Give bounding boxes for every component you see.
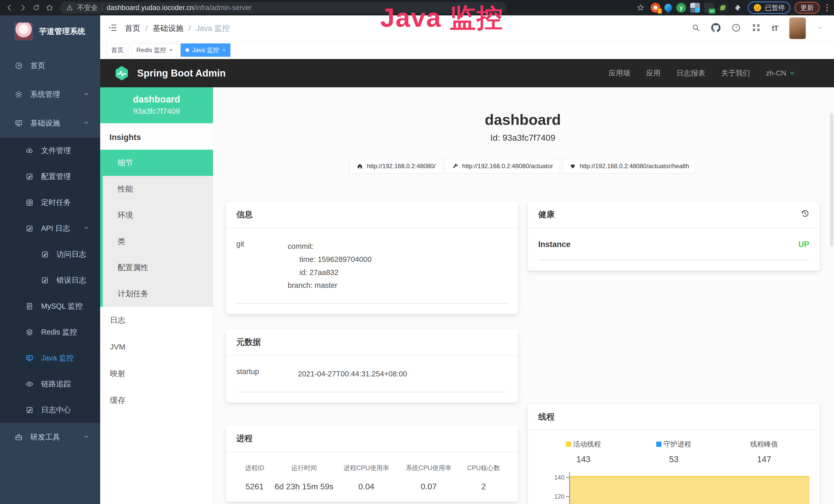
close-icon[interactable]: × bbox=[222, 47, 225, 53]
link-actuator-url[interactable]: http://192.168.0.2:48080/actuator bbox=[445, 159, 560, 174]
breadcrumb-infra[interactable]: 基础设施 bbox=[153, 23, 183, 33]
sidebar-item-dev-tools[interactable]: 研发工具 bbox=[0, 423, 100, 452]
active-tab-dot bbox=[185, 48, 189, 52]
browser-home-button[interactable] bbox=[44, 2, 56, 13]
sba-brand[interactable]: Spring Boot Admin bbox=[137, 68, 226, 79]
sba-nav-applications[interactable]: 应用 bbox=[646, 68, 661, 78]
extension-onenote-icon[interactable]: on bbox=[704, 3, 714, 13]
menu-item-mappings[interactable]: 映射 bbox=[100, 360, 213, 387]
avatar[interactable] bbox=[789, 18, 806, 39]
insights-item-classes[interactable]: 类 bbox=[103, 228, 213, 254]
reload-button[interactable] bbox=[30, 2, 42, 13]
link-health-url[interactable]: http://192.168.0.2:48080/actuator/health bbox=[563, 159, 696, 174]
sidebar-item-mysql[interactable]: MySQL 监控 bbox=[0, 293, 100, 319]
security-warning-icon bbox=[66, 4, 73, 11]
browser-menu-button[interactable] bbox=[824, 4, 830, 11]
thread-card-title: 线程 bbox=[528, 404, 820, 430]
sidebar-item-config[interactable]: 配置管理 bbox=[0, 164, 100, 189]
address-bar[interactable]: 不安全 dashboard.yudao.iocoder.cn/infra/adm… bbox=[60, 2, 506, 14]
sidebar-item-java-monitor[interactable]: Java 监控 bbox=[0, 345, 100, 371]
process-cpu: 0.04 bbox=[335, 482, 397, 491]
sidebar-item-job[interactable]: 定时任务 bbox=[0, 189, 100, 215]
insights-menu: 细节 性能 环境 类 配置属性 计划任务 bbox=[100, 150, 213, 307]
tab-home[interactable]: 首页 bbox=[106, 43, 128, 57]
layers-icon bbox=[25, 328, 34, 336]
insights-item-metrics[interactable]: 性能 bbox=[103, 176, 213, 202]
extension-grid-icon[interactable] bbox=[690, 3, 700, 13]
sba-navbar: Spring Boot Admin 应用墙 应用 日志报表 关于我们 zh-CN bbox=[100, 59, 834, 87]
sidebar-fold-button[interactable] bbox=[108, 23, 117, 33]
menu-item-caches[interactable]: 缓存 bbox=[100, 387, 213, 414]
extensions-puzzle-icon[interactable] bbox=[732, 2, 744, 13]
sidebar-item-file[interactable]: 文件管理 bbox=[0, 138, 100, 164]
instance-id-line: Id: 93a3fc7f7409 bbox=[226, 133, 820, 143]
sidebar-item-home[interactable]: 首页 bbox=[0, 51, 100, 80]
fullscreen-icon[interactable] bbox=[752, 23, 761, 33]
search-icon[interactable] bbox=[692, 24, 700, 33]
insights-item-scheduled-tasks[interactable]: 计划任务 bbox=[103, 281, 213, 307]
sba-nav-about[interactable]: 关于我们 bbox=[721, 68, 750, 78]
tab-redis-monitor[interactable]: Redis 监控× bbox=[132, 43, 177, 57]
breadcrumb-current: Java 监控 bbox=[196, 23, 230, 33]
peak-threads-value: 147 bbox=[719, 455, 809, 464]
page-topbar: 首页 / 基础设施 / Java 监控 ? tT bbox=[100, 16, 834, 41]
menu-item-logfile[interactable]: 日志 bbox=[100, 307, 213, 334]
bookmark-star-icon[interactable] bbox=[635, 2, 646, 13]
sidebar-item-infra[interactable]: 基础设施 bbox=[0, 109, 100, 138]
extension-badge: 1 bbox=[658, 8, 662, 14]
insights-item-config-props[interactable]: 配置属性 bbox=[103, 254, 213, 281]
locale-select[interactable]: zh-CN bbox=[766, 69, 795, 77]
eye-icon bbox=[25, 380, 34, 388]
process-pid: 5261 bbox=[236, 482, 273, 491]
url-text: dashboard.yudao.iocoder.cn/infra/admin-s… bbox=[107, 4, 251, 12]
sidebar-item-error-log[interactable]: 错误日志 bbox=[0, 267, 100, 293]
edit-icon bbox=[25, 225, 34, 232]
avatar-caret-icon[interactable] bbox=[817, 25, 823, 31]
screenshot-root: 不安全 dashboard.yudao.iocoder.cn/infra/adm… bbox=[0, 0, 834, 504]
app-logo bbox=[14, 22, 33, 41]
extension-leaf-icon[interactable] bbox=[718, 3, 728, 13]
sba-nav-journal[interactable]: 日志报表 bbox=[677, 68, 705, 78]
sidebar-item-redis[interactable]: Redis 监控 bbox=[0, 319, 100, 345]
instance-header[interactable]: dashboard 93a3fc7f7409 bbox=[100, 87, 213, 123]
sidebar-item-log-center[interactable]: 日志中心 bbox=[0, 397, 100, 423]
cloud-upload-icon bbox=[25, 147, 34, 155]
breadcrumb-home[interactable]: 首页 bbox=[125, 23, 140, 33]
app-logo-row[interactable]: 芋道管理系统 bbox=[0, 16, 100, 47]
chevron-down-icon bbox=[83, 433, 89, 442]
sidebar-item-api-log[interactable]: API 日志 bbox=[0, 215, 100, 241]
font-size-icon[interactable]: tT bbox=[772, 24, 778, 32]
home-icon bbox=[356, 163, 363, 169]
chevron-up-icon bbox=[83, 119, 89, 128]
thread-card: 线程 活动线程 守护进程 线程峰值 143 53 bbox=[528, 404, 820, 504]
profile-paused-badge[interactable]: 已暂停 bbox=[748, 2, 790, 14]
chrome-update-button[interactable]: 更新 bbox=[794, 2, 820, 14]
link-service-url[interactable]: http://192.168.0.2:48080/ bbox=[350, 159, 442, 174]
scrollbar-thumb[interactable] bbox=[830, 113, 833, 247]
page-title: dashboard bbox=[226, 111, 820, 128]
help-icon[interactable]: ? bbox=[732, 23, 741, 33]
extension-pin-icon[interactable] bbox=[663, 2, 674, 13]
chevron-down-icon bbox=[83, 90, 89, 99]
browser-actions: 1 y on 已暂停 更新 bbox=[635, 2, 830, 14]
menu-item-jvm[interactable]: JVM bbox=[100, 334, 213, 360]
sidebar-item-system[interactable]: 系统管理 bbox=[0, 80, 100, 109]
document-icon bbox=[25, 302, 34, 310]
history-icon[interactable] bbox=[800, 209, 809, 220]
extension-green-icon[interactable]: y bbox=[676, 3, 686, 13]
sidebar-item-access-log[interactable]: 访问日志 bbox=[0, 241, 100, 267]
insights-item-details[interactable]: 细节 bbox=[103, 150, 213, 176]
back-button[interactable] bbox=[4, 2, 16, 13]
github-icon[interactable] bbox=[711, 23, 721, 33]
chevron-up-icon bbox=[83, 224, 89, 233]
sidebar-item-tracing[interactable]: 链路追踪 bbox=[0, 371, 100, 397]
edit-icon bbox=[25, 173, 34, 181]
extension-on-badge: on bbox=[709, 8, 715, 14]
close-icon[interactable]: × bbox=[169, 47, 173, 53]
sba-nav-wallboard[interactable]: 应用墙 bbox=[609, 68, 630, 78]
insights-item-environment[interactable]: 环境 bbox=[103, 202, 213, 228]
tab-java-monitor[interactable]: Java 监控× bbox=[180, 43, 231, 57]
extension-orange-icon[interactable]: 1 bbox=[651, 3, 660, 13]
forward-button[interactable] bbox=[17, 2, 29, 13]
app-sidebar: 芋道管理系统 首页 系统管理 基础设施 文件管理 配置管理 定时任务 API 日… bbox=[0, 16, 100, 504]
